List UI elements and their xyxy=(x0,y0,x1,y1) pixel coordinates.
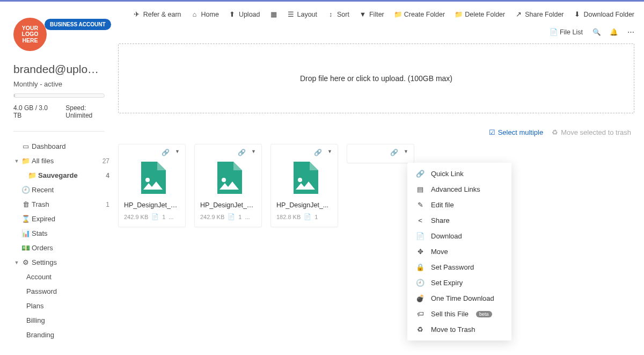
file-thumb xyxy=(200,156,256,197)
link-icon[interactable]: 🔗 xyxy=(162,149,170,156)
storage-bar xyxy=(13,93,105,98)
menu-advanced-links[interactable]: ▤Advanced Links xyxy=(407,182,511,197)
user-email: branded@uploadfile... xyxy=(13,63,105,76)
nav-expired[interactable]: ⌛Expired xyxy=(13,212,113,226)
menu-quick-link[interactable]: 🔗Quick Link xyxy=(407,166,511,182)
nav-branding[interactable]: Branding xyxy=(13,328,113,342)
menu-download[interactable]: 📄Download xyxy=(407,228,511,244)
move-icon: ✥ xyxy=(416,248,425,256)
download-folder-button[interactable]: ⬇Download Folder xyxy=(574,10,635,18)
logo: YOURLOGOHERE xyxy=(13,18,47,51)
file-name: HP_DesignJet_St... xyxy=(124,201,180,209)
chart-icon: 📊 xyxy=(20,229,32,237)
dropzone[interactable]: Drop file here or click to upload. (100G… xyxy=(118,44,634,113)
home-button[interactable]: ⌂Home xyxy=(191,11,219,18)
file-card[interactable]: 🔗 ▼ HP_DesignJet_St... 242.9 KB📄1... xyxy=(194,144,262,227)
file-list-button[interactable]: 📄File List xyxy=(550,28,583,36)
nav-orders[interactable]: 💵Orders xyxy=(13,241,113,255)
nav-dashboard[interactable]: ▭Dashboard xyxy=(13,139,113,154)
storage-used: 4.0 GB / 3.0 TB xyxy=(13,104,56,119)
svg-point-2 xyxy=(298,178,302,182)
nav-all-files[interactable]: ▼📁All files27 xyxy=(13,154,113,168)
folder-icon: 📁 xyxy=(26,171,38,179)
folder-plus-icon: 📁 xyxy=(394,10,401,18)
sort-button[interactable]: ↕Sort xyxy=(327,11,349,18)
menu-set-expiry[interactable]: 🕘Set Expiry xyxy=(407,275,511,291)
nav-account[interactable]: Account xyxy=(13,270,113,284)
link-icon[interactable]: 🔗 xyxy=(238,149,246,156)
menu-move[interactable]: ✥Move xyxy=(407,244,511,259)
nav-trash[interactable]: 🗑Trash1 xyxy=(13,197,113,212)
nav-recent[interactable]: 🕘Recent xyxy=(13,183,113,197)
nav-settings[interactable]: ▼⚙Settings xyxy=(13,255,113,270)
sidebar: YOURLOGOHERE BUSINESS ACCOUNT branded@up… xyxy=(0,2,118,355)
menu-sell-file[interactable]: 🏷Sell this Filebeta xyxy=(407,306,511,322)
more-icon: ⋯ xyxy=(627,28,634,36)
link-icon[interactable]: 🔗 xyxy=(390,149,398,156)
bell-button[interactable]: 🔔 xyxy=(610,28,617,36)
file-card[interactable]: 🔗 ▼ HP_DesignJet_St... 242.9 KB📄1... xyxy=(118,144,186,227)
layout-icon: ☰ xyxy=(287,10,295,18)
menu-one-time[interactable]: 💣One Time Download xyxy=(407,291,511,306)
share-folder-button[interactable]: ↗Share Folder xyxy=(515,10,564,18)
tag-icon: 🏷 xyxy=(416,310,425,318)
dashboard-icon: ▭ xyxy=(20,142,32,150)
folder-minus-icon: 📁 xyxy=(455,10,462,18)
menu-move-trash[interactable]: ♻Move to Trash xyxy=(407,322,511,337)
nav-billing[interactable]: Billing xyxy=(13,313,113,328)
check-icon: ☑ xyxy=(489,128,495,136)
share-icon: ↗ xyxy=(515,10,522,18)
nav-sauvegarde[interactable]: 📁Sauvegarde4 xyxy=(13,168,113,183)
sort-icon: ↕ xyxy=(327,11,334,18)
create-folder-button[interactable]: 📁Create Folder xyxy=(394,10,445,18)
file-icon: 📄 xyxy=(228,213,235,220)
nav-password[interactable]: Password xyxy=(13,284,113,299)
storage-speed: Speed: Unlimited xyxy=(65,104,113,119)
file-card[interactable]: 🔗 ▼ 🔗Quick Link ▤Advanced Links ✎Edit fi… xyxy=(347,144,414,163)
context-menu: 🔗Quick Link ▤Advanced Links ✎Edit file <… xyxy=(407,163,511,340)
link-icon: 🔗 xyxy=(416,170,425,178)
plane-icon: ✈ xyxy=(133,10,141,18)
lock-icon: 🔒 xyxy=(416,263,425,271)
refer-button[interactable]: ✈Refer & earn xyxy=(133,10,181,18)
delete-folder-button[interactable]: 📁Delete Folder xyxy=(455,10,505,18)
download-icon: 📄 xyxy=(416,232,425,240)
layout-button[interactable]: ☰Layout xyxy=(287,10,318,18)
select-multiple-button[interactable]: ☑Select multiple xyxy=(489,128,544,136)
file-thumb xyxy=(124,156,180,197)
list-icon: ▤ xyxy=(416,185,425,193)
upload-button[interactable]: ⬆Upload xyxy=(229,10,260,18)
grid-view-button[interactable]: ▦ xyxy=(270,10,277,18)
file-meta: 182.8 KB📄1 xyxy=(276,213,332,220)
move-to-trash-button[interactable]: ♻Move selected to trash xyxy=(552,128,631,136)
grid-icon: ▦ xyxy=(270,10,277,18)
file-name: HP_DesignJet_St... xyxy=(200,201,256,209)
caret-icon[interactable]: ▼ xyxy=(175,149,180,156)
menu-edit-file[interactable]: ✎Edit file xyxy=(407,197,511,213)
nav-stats[interactable]: 📊Stats xyxy=(13,226,113,241)
bell-icon: 🔔 xyxy=(610,28,617,36)
file-card[interactable]: 🔗 ▼ HP_DesignJet_... 182.8 KB📄1 xyxy=(270,144,338,227)
recycle-icon: ♻ xyxy=(552,128,558,136)
bomb-icon: 💣 xyxy=(416,294,425,302)
caret-icon[interactable]: ▼ xyxy=(404,149,408,156)
share-icon: < xyxy=(416,216,425,224)
link-icon[interactable]: 🔗 xyxy=(314,149,322,156)
main: ✈Refer & earn ⌂Home ⬆Upload ▦ ☰Layout ↕S… xyxy=(118,2,644,355)
money-icon: 💵 xyxy=(20,244,32,252)
search-button[interactable]: 🔍 xyxy=(592,28,600,36)
menu-share[interactable]: <Share xyxy=(407,213,511,228)
nav-plans[interactable]: Plans xyxy=(13,299,113,313)
toolbar: ✈Refer & earn ⌂Home ⬆Upload ▦ ☰Layout ↕S… xyxy=(118,7,634,44)
more-button[interactable]: ⋯ xyxy=(627,28,634,36)
folder-icon: 📁 xyxy=(20,157,32,165)
svg-point-1 xyxy=(222,178,226,182)
filter-button[interactable]: ▼Filter xyxy=(359,11,384,18)
caret-icon[interactable]: ▼ xyxy=(327,149,332,156)
search-icon: 🔍 xyxy=(592,28,600,36)
file-grid: 🔗 ▼ HP_DesignJet_St... 242.9 KB📄1... 🔗 ▼ xyxy=(118,144,634,227)
menu-set-password[interactable]: 🔒Set Password xyxy=(407,259,511,275)
plan-status: Monthly - active xyxy=(13,80,113,88)
caret-icon[interactable]: ▼ xyxy=(251,149,256,156)
account-badge: BUSINESS ACCOUNT xyxy=(45,19,111,30)
